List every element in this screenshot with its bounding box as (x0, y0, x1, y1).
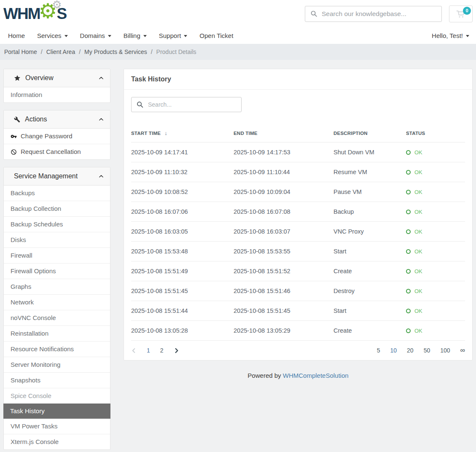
status-ok-icon (406, 229, 411, 234)
breadcrumb-client-area[interactable]: Client Area (46, 48, 75, 55)
table-search-input[interactable] (148, 101, 237, 108)
sidebar-item-disks[interactable]: Disks (4, 232, 110, 248)
breadcrumb-separator: / (79, 48, 81, 55)
overview-panel-title: Overview (25, 74, 54, 82)
column-header-description[interactable]: DESCRIPTION (333, 125, 406, 143)
table-row: 2025-10-08 15:51:45 2025-10-08 15:51:46 … (131, 281, 465, 301)
page-title: Task History (124, 69, 472, 90)
star-icon (14, 75, 21, 81)
nav-item-home[interactable]: Home (8, 32, 25, 39)
page-size-all-infinity[interactable]: ∞ (460, 347, 465, 354)
cell-end-time: 2025-10-08 15:51:45 (234, 301, 333, 321)
pagination-page-sizes: 5 10 20 50 100 ∞ (367, 347, 465, 354)
breadcrumb-my-products[interactable]: My Products & Services (84, 48, 147, 55)
nav-item-domains[interactable]: Domains (80, 32, 111, 39)
chevron-up-icon (98, 173, 104, 179)
header: WHM ⚙ ⚙ S 0 (0, 0, 476, 27)
actions-panel-header[interactable]: Actions (4, 110, 110, 129)
knowledgebase-search-input[interactable] (322, 10, 436, 18)
footer: Powered by WHMCompleteSolution (124, 372, 473, 379)
sidebar-item-snapshots[interactable]: Snapshots (4, 372, 110, 388)
status-badge: OK (414, 308, 422, 314)
table-row: 2025-10-08 16:03:05 2025-10-08 16:03:07 … (131, 222, 465, 242)
overview-panel: Overview Information (3, 69, 110, 103)
nav-item-support[interactable]: Support (159, 32, 188, 39)
table-row: 2025-10-08 16:07:06 2025-10-08 16:07:08 … (131, 202, 465, 222)
nav-item-billing[interactable]: Billing (124, 32, 147, 39)
account-menu[interactable]: Hello, Test! (432, 32, 469, 39)
sidebar-item-xtermjs-console[interactable]: Xterm.js Console (4, 434, 110, 449)
whmcs-logo[interactable]: WHM ⚙ ⚙ S (3, 3, 66, 24)
status-ok-icon (406, 289, 411, 293)
chevron-down-icon (65, 35, 68, 37)
cell-end-time: 2025-10-08 15:51:46 (234, 281, 333, 301)
chevron-down-icon (466, 35, 469, 37)
chevron-up-icon (98, 75, 104, 81)
gear-icon: ⚙ ⚙ (39, 3, 59, 24)
nav-item-services[interactable]: Services (37, 32, 68, 39)
gray-gear-icon: ⚙ (52, 0, 62, 10)
status-badge: OK (414, 328, 422, 334)
sidebar-item-graphs[interactable]: Graphs (4, 279, 110, 294)
sidebar-item-novnc-console[interactable]: noVNC Console (4, 310, 110, 326)
cell-end-time: 2025-10-08 16:07:08 (234, 202, 333, 222)
cell-end-time: 2025-10-09 11:10:44 (234, 162, 333, 182)
page-number-2[interactable]: 2 (160, 347, 164, 354)
column-header-end-time[interactable]: END TIME (234, 125, 333, 143)
cell-start-time: 2025-10-09 14:17:41 (131, 143, 234, 162)
sidebar-item-spice-console[interactable]: Spice Console (4, 388, 110, 404)
wrench-icon (14, 116, 20, 123)
page-number-1[interactable]: 1 (147, 347, 150, 354)
sidebar-item-request-cancellation[interactable]: Request Cancellation (4, 144, 110, 159)
sort-desc-icon: ↓ (164, 130, 167, 136)
sidebar-item-resource-notifications[interactable]: Resource Notifications (4, 341, 110, 357)
ban-icon (11, 149, 17, 155)
service-management-panel-header[interactable]: Service Management (4, 167, 110, 186)
next-page-icon[interactable] (174, 347, 179, 354)
breadcrumb-portal-home[interactable]: Portal Home (4, 48, 37, 55)
table-row: 2025-10-09 14:17:41 2025-10-09 14:17:53 … (131, 143, 465, 162)
whmcompletesolution-link[interactable]: WHMCompleteSolution (283, 372, 349, 379)
cell-status: OK (406, 281, 465, 301)
status-badge: OK (414, 268, 422, 274)
sidebar-item-backup-collection[interactable]: Backup Collection (4, 201, 110, 216)
search-icon (136, 101, 144, 108)
cell-status: OK (406, 301, 465, 321)
cell-end-time: 2025-10-08 15:51:52 (234, 261, 333, 281)
sidebar: Overview Information Actions (3, 69, 110, 452)
sidebar-item-network[interactable]: Network (4, 294, 110, 310)
status-ok-icon (406, 190, 411, 194)
column-header-start-time[interactable]: START TIME↓ (131, 125, 234, 143)
task-history-table: START TIME↓ END TIME DESCRIPTION STATUS … (131, 125, 465, 341)
cell-end-time: 2025-10-08 15:53:55 (234, 242, 333, 261)
sidebar-item-reinstallation[interactable]: Reinstallation (4, 326, 110, 341)
page-size-10[interactable]: 10 (390, 347, 397, 354)
sidebar-item-firewall-options[interactable]: Firewall Options (4, 263, 110, 279)
cell-end-time: 2025-10-09 14:17:53 (234, 143, 333, 162)
cell-start-time: 2025-10-08 16:07:06 (131, 202, 234, 222)
nav-item-open-ticket[interactable]: Open Ticket (199, 32, 233, 39)
page-size-20[interactable]: 20 (407, 347, 414, 354)
page-size-50[interactable]: 50 (424, 347, 430, 354)
sidebar-item-backups[interactable]: Backups (4, 186, 110, 201)
column-header-status[interactable]: STATUS (406, 125, 465, 143)
key-icon (11, 133, 17, 140)
main-column: Task History START TIME↓ END (124, 69, 473, 392)
page-size-5[interactable]: 5 (377, 347, 380, 354)
sidebar-item-change-password[interactable]: Change Password (4, 129, 110, 144)
sidebar-item-backup-schedules[interactable]: Backup Schedules (4, 216, 110, 232)
cart-button[interactable]: 0 (449, 5, 473, 22)
sidebar-item-firewall[interactable]: Firewall (4, 248, 110, 263)
overview-panel-header[interactable]: Overview (4, 69, 110, 87)
sidebar-item-server-monitoring[interactable]: Server Monitoring (4, 357, 110, 372)
cell-end-time: 2025-10-09 10:09:04 (234, 182, 333, 202)
content: Overview Information Actions (0, 60, 476, 452)
page-size-100[interactable]: 100 (440, 347, 450, 354)
cell-status: OK (406, 222, 465, 242)
prev-page-icon[interactable] (131, 347, 137, 354)
cell-status: OK (406, 162, 465, 182)
sidebar-item-information[interactable]: Information (4, 87, 110, 102)
sidebar-item-task-history[interactable]: Task History (3, 404, 110, 419)
service-management-panel: Service Management Backups Backup Collec… (3, 167, 110, 450)
sidebar-item-vm-power-tasks[interactable]: VM Power Tasks (4, 419, 110, 434)
